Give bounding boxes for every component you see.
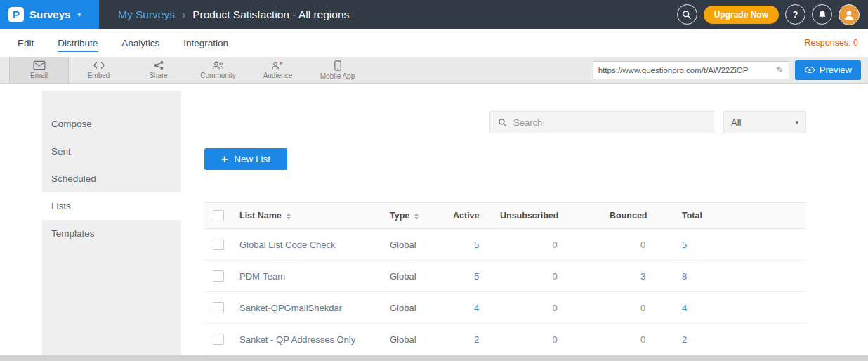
lists-table: List Name Type Active Unsubscribed Bounc… xyxy=(204,202,806,355)
active-count[interactable]: 5 xyxy=(453,261,500,292)
breadcrumb-my-surveys-link[interactable]: My Surveys xyxy=(118,8,175,21)
filter-selected-value: All xyxy=(731,117,741,128)
table-row: Sanket-QPGmailShekdar Global 4 0 0 4 xyxy=(204,292,806,324)
breadcrumb: My Surveys › Product Satisfaction - All … xyxy=(118,8,349,21)
tab-integration[interactable]: Integration xyxy=(183,38,228,48)
total-count[interactable]: 8 xyxy=(676,261,806,292)
list-name-link[interactable]: PDM-Team xyxy=(239,261,390,292)
sort-icon[interactable] xyxy=(414,213,419,220)
sidebar-item-sent[interactable]: Sent xyxy=(42,138,181,165)
active-count[interactable]: 4 xyxy=(453,292,500,324)
notifications-button[interactable] xyxy=(812,4,832,25)
tool-community[interactable]: Community xyxy=(188,57,248,83)
list-name-link[interactable]: Sanket-QPGmailShekdar xyxy=(239,292,390,324)
header-bounced: Bounced xyxy=(610,203,676,229)
bell-icon xyxy=(817,10,827,20)
list-type: Global xyxy=(390,261,453,292)
list-type: Global xyxy=(390,292,453,324)
row-checkbox[interactable] xyxy=(213,334,224,345)
preview-button[interactable]: Preview xyxy=(795,60,861,80)
edit-url-icon[interactable]: ✎ xyxy=(776,65,784,75)
new-list-button[interactable]: + New List xyxy=(204,148,287,170)
row-checkbox[interactable] xyxy=(213,302,224,313)
sidebar-item-scheduled[interactable]: Scheduled xyxy=(42,165,181,192)
top-bar: P Surveys ▾ My Surveys › Product Satisfa… xyxy=(0,0,868,29)
search-icon xyxy=(682,10,692,20)
table-header-row: List Name Type Active Unsubscribed Bounc… xyxy=(204,203,806,229)
survey-nav-tabs: Edit Distribute Analytics Integration Re… xyxy=(0,29,868,57)
unsubscribed-count: 0 xyxy=(500,292,610,324)
tool-email[interactable]: Email xyxy=(9,57,69,83)
code-brackets-icon xyxy=(93,60,105,70)
search-button[interactable] xyxy=(677,4,697,25)
upgrade-now-button[interactable]: Upgrade Now xyxy=(704,6,779,24)
header-unsubscribed: Unsubscribed xyxy=(500,203,610,229)
mobile-phone-icon xyxy=(334,60,341,71)
people-group-icon xyxy=(211,60,225,70)
main-panel: Compose Sent Scheduled Lists Templates A… xyxy=(0,84,868,355)
survey-url-input[interactable] xyxy=(598,66,773,74)
list-name-link[interactable]: Sanket - QP Addresses Only xyxy=(239,324,390,355)
bounced-count: 0 xyxy=(610,324,676,355)
person-icon xyxy=(843,8,855,21)
audience-dollar-icon: $ xyxy=(271,60,284,70)
email-sidebar: Compose Sent Scheduled Lists Templates xyxy=(42,91,181,355)
list-type: Global xyxy=(390,324,453,355)
help-button[interactable]: ? xyxy=(785,4,805,25)
header-list-name[interactable]: List Name xyxy=(239,203,390,229)
select-all-checkbox[interactable] xyxy=(213,210,224,221)
search-input[interactable] xyxy=(513,117,706,128)
bounced-count: 0 xyxy=(610,292,676,324)
header-type[interactable]: Type xyxy=(390,203,453,229)
share-icon xyxy=(152,60,165,70)
topbar-actions: Upgrade Now ? xyxy=(677,4,868,25)
tool-audience[interactable]: $ Audience xyxy=(248,57,308,83)
user-avatar[interactable] xyxy=(839,4,860,25)
header-total: Total xyxy=(676,203,806,229)
breadcrumb-separator: › xyxy=(182,8,185,21)
tab-distribute[interactable]: Distribute xyxy=(58,38,98,48)
product-name: Surveys xyxy=(29,8,70,20)
tool-mobile-app[interactable]: Mobile App xyxy=(308,57,367,83)
toolbar-right: ✎ Preview xyxy=(593,57,868,83)
unsubscribed-count: 0 xyxy=(500,324,610,355)
total-count[interactable]: 4 xyxy=(676,292,806,324)
sidebar-item-templates[interactable]: Templates xyxy=(42,220,181,247)
table-row: PDM-Team Global 5 0 3 8 xyxy=(204,261,806,292)
search-icon xyxy=(498,118,507,127)
list-filters-row: All ▾ xyxy=(204,111,806,133)
total-count[interactable]: 5 xyxy=(676,229,806,261)
list-name-link[interactable]: Global List Code Check xyxy=(239,229,390,261)
list-type-filter-dropdown[interactable]: All ▾ xyxy=(723,111,806,133)
tool-embed[interactable]: Embed xyxy=(69,57,129,83)
search-box xyxy=(489,111,714,133)
header-active: Active xyxy=(453,203,500,229)
sort-icon[interactable] xyxy=(287,213,291,220)
questionpro-logo-icon: P xyxy=(8,7,24,22)
row-checkbox[interactable] xyxy=(213,239,224,250)
sidebar-item-compose[interactable]: Compose xyxy=(42,110,181,138)
product-switcher[interactable]: P Surveys ▾ xyxy=(0,0,99,29)
sidebar-item-lists[interactable]: Lists xyxy=(42,192,181,220)
lists-content: All ▾ + New List List Name Type Active U… xyxy=(204,91,808,355)
svg-text:$: $ xyxy=(280,60,283,67)
responses-count[interactable]: Responses: 0 xyxy=(805,38,861,48)
total-count[interactable]: 2 xyxy=(676,324,806,355)
table-row: Global List Code Check Global 5 0 0 5 xyxy=(204,229,806,261)
tool-share[interactable]: Share xyxy=(129,57,188,83)
tab-analytics[interactable]: Analytics xyxy=(121,38,159,48)
chevron-down-icon: ▾ xyxy=(795,119,798,126)
active-count[interactable]: 5 xyxy=(453,229,500,261)
row-checkbox[interactable] xyxy=(213,270,224,282)
distribute-toolbar: Email Embed Share Community $ Audience M… xyxy=(0,57,868,84)
survey-title: Product Satisfaction - All regions xyxy=(192,8,349,21)
unsubscribed-count: 0 xyxy=(500,261,610,292)
email-icon xyxy=(33,60,46,70)
plus-icon: + xyxy=(221,154,228,165)
bounced-count: 0 xyxy=(610,229,676,261)
active-count[interactable]: 2 xyxy=(453,324,500,355)
bounced-count[interactable]: 3 xyxy=(610,261,676,292)
survey-url-field: ✎ xyxy=(593,61,789,79)
eye-icon xyxy=(804,66,815,74)
tab-edit[interactable]: Edit xyxy=(18,38,34,48)
